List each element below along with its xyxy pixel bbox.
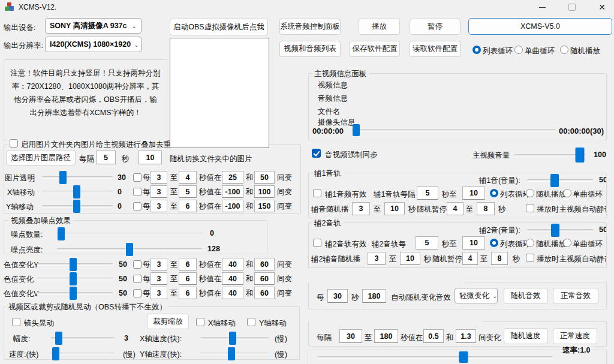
- aux2-volume-slider[interactable]: [527, 223, 593, 237]
- aux2-p1-input[interactable]: 4: [462, 252, 478, 265]
- sfx-v1-input[interactable]: 30: [327, 289, 348, 303]
- sfx-v2-input[interactable]: 180: [362, 289, 386, 303]
- slider-thumb[interactable]: [70, 272, 77, 285]
- overlay-interval2-input[interactable]: 10: [139, 151, 162, 164]
- vary-e1-input[interactable]: 3: [151, 287, 167, 299]
- slider-thumb[interactable]: [73, 200, 80, 213]
- noise-bright-slider[interactable]: [57, 242, 202, 257]
- vary-v2-input[interactable]: 100: [254, 185, 275, 198]
- speed-v3-input[interactable]: 0.5: [423, 329, 444, 343]
- color-y-slider[interactable]: [37, 257, 113, 272]
- aux1-e2-input[interactable]: 10: [462, 186, 485, 200]
- minimize-button[interactable]: [529, 0, 555, 14]
- aux2-list-loop-radio[interactable]: [490, 239, 498, 247]
- y-speed-slider[interactable]: [201, 347, 269, 361]
- normal-sfx-button[interactable]: 正常音效: [553, 288, 598, 304]
- obs-start-button[interactable]: 启动OBS虚拟摄像机后点我: [170, 19, 268, 35]
- vary-checkbox[interactable]: [133, 260, 142, 269]
- vary-e2-input[interactable]: 5: [179, 185, 197, 198]
- load-config-button[interactable]: 读取软件配置: [410, 41, 460, 57]
- av-list-button[interactable]: 视频和音频列表: [279, 41, 341, 57]
- vary-e1-input[interactable]: 3: [151, 272, 167, 285]
- opacity-slider[interactable]: [42, 170, 113, 185]
- slider-thumb[interactable]: [73, 185, 80, 198]
- aux1-enable-checkbox[interactable]: [313, 189, 321, 197]
- slider-thumb[interactable]: [59, 171, 67, 184]
- maximize-button[interactable]: [559, 0, 585, 14]
- slider-thumb[interactable]: [551, 224, 559, 237]
- vary-checkbox[interactable]: [133, 289, 142, 297]
- x-speed-slider[interactable]: [201, 331, 269, 345]
- vary-e2-input[interactable]: 6: [179, 200, 197, 212]
- slider-thumb[interactable]: [70, 287, 77, 300]
- slider-thumb[interactable]: [55, 332, 62, 345]
- slider-thumb[interactable]: [70, 258, 77, 271]
- crop-y-move-checkbox[interactable]: [247, 318, 255, 326]
- shake-checkbox[interactable]: [12, 318, 20, 326]
- aux1-p2-input[interactable]: 8: [477, 202, 495, 215]
- aux1-volume-slider[interactable]: [527, 173, 593, 188]
- aux2-enable-checkbox[interactable]: [313, 239, 321, 247]
- aux1-p1-input[interactable]: 4: [447, 202, 463, 215]
- xcms-version-button[interactable]: XCMS-V5.0: [468, 18, 612, 35]
- vary-e2-input[interactable]: 6: [179, 258, 197, 270]
- rate-slider[interactable]: [318, 351, 553, 363]
- vary-v2-input[interactable]: 60: [254, 287, 275, 299]
- slider-thumb[interactable]: [229, 332, 236, 345]
- choose-image-path-button[interactable]: 选择图片图层路径: [6, 150, 76, 166]
- aux2-r1-input[interactable]: 3: [368, 252, 386, 265]
- output-resolution-select[interactable]: I420(XCMS) 1080×1920 ⌄: [45, 37, 142, 52]
- vary-v1-input[interactable]: -100: [222, 200, 243, 212]
- vary-v2-input[interactable]: 150: [254, 200, 275, 212]
- output-device-select[interactable]: SONY 高清摄像A 937c ⌄: [45, 18, 142, 34]
- playlist-listbox[interactable]: [170, 38, 269, 148]
- vary-checkbox[interactable]: [133, 173, 142, 182]
- av-sync-checkbox[interactable]: [312, 149, 321, 158]
- vary-v1-input[interactable]: 25: [222, 171, 243, 183]
- aux1-shuffle-radio[interactable]: [526, 189, 534, 197]
- aux2-mute-checkbox[interactable]: [526, 254, 534, 262]
- random-sfx-button[interactable]: 随机音效: [504, 288, 547, 304]
- slider-thumb[interactable]: [575, 148, 584, 163]
- sfx-mode-select[interactable]: 轻微变化 ⌄: [455, 288, 498, 303]
- speed-v4-input[interactable]: 1.3: [456, 329, 476, 343]
- vary-e2-input[interactable]: 6: [179, 287, 197, 299]
- aux2-shuffle-radio[interactable]: [526, 239, 534, 247]
- vary-checkbox[interactable]: [133, 202, 142, 210]
- playmode-list-loop-radio[interactable]: [472, 46, 481, 54]
- vary-v2-input[interactable]: 60: [254, 258, 275, 270]
- vary-e1-input[interactable]: 3: [151, 258, 167, 270]
- play-button[interactable]: 播放: [359, 19, 400, 35]
- playmode-shuffle-radio[interactable]: [560, 46, 568, 54]
- aux1-list-loop-radio[interactable]: [490, 189, 498, 197]
- vary-v1-input[interactable]: -100: [222, 185, 243, 198]
- system-audio-panel-button[interactable]: 系统音频控制面板: [279, 19, 341, 35]
- aux1-mute-checkbox[interactable]: [526, 204, 534, 212]
- overlay-interval1-input[interactable]: 5: [96, 151, 116, 164]
- vary-e2-input[interactable]: 6: [179, 272, 197, 285]
- speed-v1-input[interactable]: 30: [339, 329, 362, 343]
- crop-x-move-checkbox[interactable]: [196, 318, 204, 326]
- x-move-slider[interactable]: [42, 185, 113, 199]
- random-speed-button[interactable]: 随机速度: [504, 328, 547, 344]
- speed-v2-input[interactable]: 180: [374, 329, 398, 343]
- vary-checkbox[interactable]: [133, 188, 142, 196]
- aux1-r1-input[interactable]: 3: [352, 202, 370, 215]
- vary-v1-input[interactable]: 40: [222, 258, 243, 270]
- color-v-slider[interactable]: [37, 286, 113, 300]
- slider-thumb[interactable]: [52, 347, 59, 360]
- vary-e2-input[interactable]: 4: [179, 171, 197, 183]
- overlay-enable-checkbox[interactable]: [10, 139, 18, 148]
- normal-speed-button[interactable]: 正常速度: [553, 328, 597, 344]
- playmode-single-loop-radio[interactable]: [514, 46, 523, 54]
- slider-thumb[interactable]: [58, 227, 65, 240]
- shake-speed-slider[interactable]: [51, 347, 114, 361]
- vary-v2-input[interactable]: 60: [254, 272, 275, 285]
- aux2-e1-input[interactable]: 5: [416, 236, 438, 249]
- aux2-r2-input[interactable]: 10: [400, 252, 420, 265]
- pause-button[interactable]: 暂停: [410, 19, 460, 35]
- aux2-p2-input[interactable]: 8: [491, 252, 508, 265]
- slider-thumb[interactable]: [353, 124, 360, 136]
- vary-e1-input[interactable]: 3: [151, 200, 167, 212]
- vary-v1-input[interactable]: 40: [222, 287, 243, 299]
